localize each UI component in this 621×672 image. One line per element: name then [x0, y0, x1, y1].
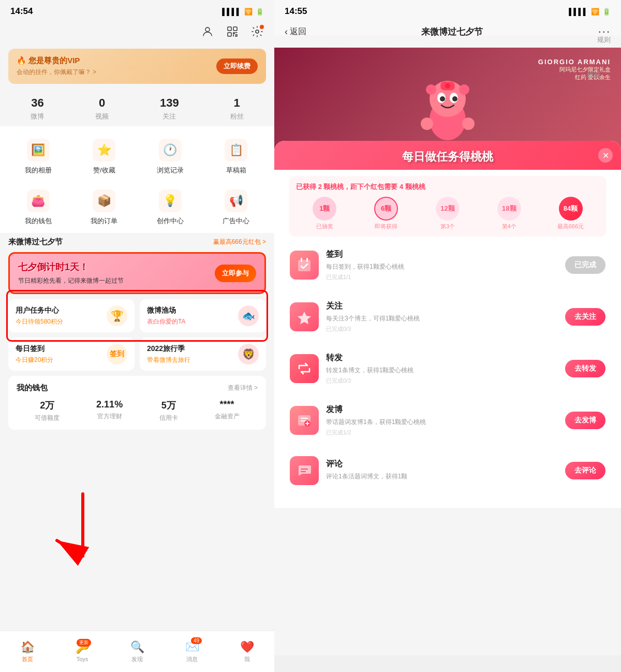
messages-label: 消息: [186, 655, 198, 663]
stat-weibo[interactable]: 36 微博: [31, 96, 44, 121]
followers-label: 粉丝: [230, 112, 244, 121]
back-chevron: ‹: [285, 26, 288, 37]
left-status-icons: ▌▌▌▌ 🛜 🔋: [222, 8, 264, 16]
hero-banner: GIORGIO ARMANI 阿玛尼七夕限定礼盒 红药 爱以余生: [274, 48, 621, 151]
me-icon: ❤️: [240, 640, 254, 654]
svg-rect-19: [298, 260, 310, 271]
nav-home[interactable]: 🏠 首页: [21, 640, 34, 663]
peach-circle-5: 84颗: [559, 197, 583, 221]
create-icon: 💡: [159, 189, 182, 212]
follow-task-name: 关注: [326, 301, 558, 312]
assets-item[interactable]: **** 金融资产: [215, 399, 240, 422]
nav-me[interactable]: ❤️ 我: [240, 640, 254, 663]
back-button[interactable]: ‹ 返回: [285, 26, 306, 37]
stat-video[interactable]: 0 视频: [95, 96, 109, 121]
post-action-button[interactable]: 去发博: [565, 412, 605, 429]
history-item[interactable]: 🕐 浏览记录: [137, 132, 203, 182]
following-count: 139: [160, 96, 179, 110]
stat-following[interactable]: 139 关注: [160, 96, 179, 121]
post-task-progress: 已完成1/2: [326, 429, 558, 436]
settings-icon[interactable]: [250, 25, 264, 38]
step-4-label: 第4个: [502, 223, 516, 230]
rules-link[interactable]: 规则: [274, 70, 611, 80]
travel-sub: 带着微博去旅行: [147, 356, 190, 364]
svg-point-0: [205, 27, 210, 32]
wallet-detail-link[interactable]: 查看详情 >: [228, 384, 258, 392]
activity-main-text: 七夕倒计时1天！: [18, 261, 124, 273]
fishing-sub: 表白你爱的TA: [147, 317, 185, 326]
orders-item[interactable]: 📦 我的订单: [71, 182, 138, 233]
nav-messages[interactable]: ✉️ 49 消息: [185, 640, 199, 663]
svg-rect-21: [306, 258, 308, 262]
discover-icon: 🔍: [130, 640, 144, 654]
peach-panel: 每日做任务得桃桃 ✕ 已获得 2 颗桃桃，距下个红包需要 4 颗桃桃: [274, 141, 621, 508]
nav-discover[interactable]: 🔍 发现: [130, 640, 144, 663]
activity-section: 来微博过七夕节 赢最高666元红包 > 七夕倒计时1天！ 节日精彩抢先看，记得来…: [8, 237, 266, 294]
activity-banner[interactable]: 七夕倒计时1天！ 节日精彩抢先看，记得来微博一起过节 立即参与: [8, 252, 266, 294]
finance-val: 2.11%: [96, 399, 123, 410]
credit-val: 5万: [161, 399, 176, 412]
checkin-name: 每日签到: [16, 344, 53, 354]
svg-rect-20: [301, 258, 302, 262]
drafts-item[interactable]: 📋 草稿箱: [203, 132, 270, 182]
brand-name: GIORGIO ARMANI: [538, 58, 611, 66]
create-item[interactable]: 💡 创作中心: [137, 182, 203, 233]
left-bottom-nav: 🏠 首页 🔑 更新 Toys 🔍 发现 ✉️ 49 消息 ❤️ 我: [0, 631, 274, 672]
wallet-item[interactable]: 👛 我的钱包: [5, 182, 71, 233]
fishing-card[interactable]: 微博渔场 表白你爱的TA 🐟: [140, 299, 266, 332]
loan-item[interactable]: 2万 可借额度: [35, 399, 60, 422]
right-time: 14:55: [285, 6, 307, 17]
activity-link[interactable]: 赢最高666元红包 >: [213, 238, 266, 246]
album-icon: 🖼️: [27, 139, 50, 162]
finance-item[interactable]: 2.11% 官方理财: [96, 399, 123, 422]
vip-renew-button[interactable]: 立即续费: [216, 59, 258, 74]
checkin-card[interactable]: 每日签到 今日赚20积分 签到: [8, 338, 135, 371]
scan-icon[interactable]: [226, 25, 239, 38]
task-center-card[interactable]: 用户任务中心 今日待领580积分 🏆: [8, 299, 135, 332]
comment-task-item: 评论 评论1条活题词博文，获得1颗 去评论: [282, 449, 614, 492]
step-2-label: 即将获得: [375, 223, 397, 230]
likes-item[interactable]: ⭐ 赞/收藏: [71, 132, 138, 182]
profile-icon[interactable]: [201, 25, 214, 38]
peach-progress: 已获得 2 颗桃桃，距下个红包需要 4 颗桃桃 1颗 已抽奖: [289, 176, 607, 237]
r-battery-icon: 🔋: [602, 8, 611, 16]
follow-action-button[interactable]: 去关注: [565, 308, 605, 326]
svg-point-12: [426, 84, 436, 95]
peach-circle-4: 18颗: [497, 197, 521, 221]
repost-action-button[interactable]: 去转发: [565, 360, 605, 377]
travel-card[interactable]: 2022旅行季 带着微博去旅行 🦁: [140, 338, 266, 371]
activity-join-button[interactable]: 立即参与: [215, 265, 256, 282]
credit-item[interactable]: 5万 信用卡: [159, 399, 178, 422]
left-time: 14:54: [10, 6, 33, 17]
loan-label: 可借额度: [35, 414, 60, 422]
left-top-nav: [0, 21, 274, 45]
vip-subtitle: 会动的挂件，你佩戴了嘛？ >: [17, 68, 96, 77]
msg-wrapper: ✉️ 49: [185, 640, 199, 654]
repost-task-item: 转发 转发1条博文，获得1颗爱心桃桃 已完成0/3 去转发: [282, 345, 614, 392]
feature-grid: 🖼️ 我的相册 ⭐ 赞/收藏 🕐 浏览记录 📋 草稿箱 👛 我的钱包 📦 我的订…: [0, 126, 274, 233]
vip-banner[interactable]: 🔥 您是尊贵的VIP 会动的挂件，你佩戴了嘛？ > 立即续费: [8, 49, 266, 84]
task-center-name: 用户任务中心: [16, 306, 63, 315]
post-task-icon: [290, 406, 319, 435]
credit-label: 信用卡: [159, 414, 178, 422]
stat-followers[interactable]: 1 粉丝: [230, 96, 244, 121]
red-arrow: [52, 489, 114, 574]
comment-task-desc: 评论1条活题词博文，获得1颗: [326, 472, 558, 481]
comment-action-button[interactable]: 去评论: [565, 462, 605, 479]
checkin-info: 每日签到 今日赚20积分: [16, 344, 53, 364]
nav-toys[interactable]: 🔑 更新 Toys: [76, 641, 89, 662]
svg-point-11: [452, 96, 457, 101]
ads-item[interactable]: 📢 广告中心: [203, 182, 270, 233]
album-item[interactable]: 🖼️ 我的相册: [5, 132, 71, 182]
task-center-icon: 🏆: [107, 305, 127, 326]
checkin-action-button[interactable]: 已完成: [565, 256, 605, 274]
close-button[interactable]: ✕: [598, 148, 613, 163]
checkin-task-icon: [290, 251, 319, 280]
right-phone: 14:55 ▌▌▌▌ 🛜 🔋 ‹ 返回 来微博过七夕节 ··· 规则 规则 GI…: [274, 0, 621, 672]
repost-task-desc: 转发1条博文，获得1颗爱心桃桃: [326, 366, 558, 375]
svg-point-13: [459, 84, 469, 95]
r-wifi-icon: 🛜: [591, 8, 599, 16]
wallet-header: 我的钱包 查看详情 >: [17, 383, 258, 393]
following-label: 关注: [162, 112, 176, 121]
video-label: 视频: [95, 112, 109, 121]
